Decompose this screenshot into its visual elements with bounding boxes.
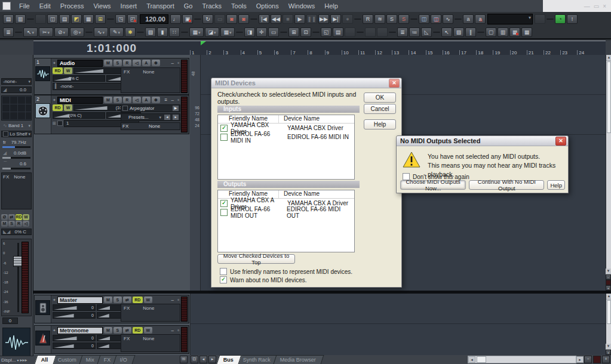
menu-item[interactable]: Help [320, 1, 343, 12]
close-icon[interactable]: ✕ [555, 137, 566, 146]
zoom-in-button[interactable]: + [602, 356, 610, 363]
track-name-field[interactable]: Audio [57, 60, 103, 67]
show-inspector-button[interactable]: ◱ [321, 27, 331, 37]
bus-name-field[interactable]: Metronome [57, 327, 103, 334]
inspector-pan-slider[interactable]: ◣◢0% C [1, 229, 32, 235]
menu-item[interactable]: File [14, 1, 35, 12]
ok-button[interactable]: OK [364, 92, 396, 103]
play-button[interactable]: ▶ [294, 14, 305, 24]
inspector-input-select[interactable]: -none-▾ [1, 78, 32, 85]
measure-ruler[interactable]: 123456789101112131415161718192021222324 [190, 41, 606, 55]
freeze-button[interactable]: ❄ [152, 60, 160, 66]
bus-pane-tab[interactable]: Bus [217, 355, 242, 364]
scroll-down-arrow[interactable]: ▼ [606, 269, 611, 274]
punch-button[interactable]: ◙ [226, 14, 237, 24]
velocity-slider[interactable]: (101) [73, 104, 127, 111]
inspector-freq[interactable]: fr79.7Hz [1, 139, 32, 146]
punch-points-button[interactable]: ◙ [238, 14, 249, 24]
tab-scroll-left[interactable]: ◂ [199, 356, 207, 363]
inspector-expand-arrows[interactable]: ▸▸▸ [20, 357, 27, 363]
clip-properties-button[interactable]: ≣ [397, 27, 408, 37]
interleave-button[interactable]: ⇄ [123, 327, 131, 334]
bus-send-slider[interactable]: 0 [53, 343, 96, 349]
envelope-icon[interactable]: ✉ [180, 356, 188, 363]
warn-no-midi-option[interactable]: Warn about no MIDI devices. [217, 276, 307, 283]
automation-button[interactable]: A [142, 60, 151, 66]
scroll-up-arrow[interactable]: ▲ [606, 294, 611, 300]
bus-master-header[interactable]: ✦ Master MS⇄ RD W – ▫ 0 0% C 0 0% C [34, 295, 189, 323]
scrollbar-thumb[interactable] [607, 61, 611, 133]
track-pane-tab[interactable]: I/O [113, 355, 136, 364]
dialog-title-bar[interactable]: No MIDI Outputs Selected ✕ [397, 136, 568, 146]
solo-button[interactable]: S [8, 221, 15, 227]
presets-row[interactable]: Presets... ▾ ◂ ▸ [121, 113, 180, 121]
track-manager-button[interactable]: ≣ [3, 27, 14, 37]
track-minimize-restore[interactable]: ≡ – ▫ [165, 97, 180, 103]
read-automation-button[interactable]: RD [53, 67, 63, 74]
volume-fader[interactable]: 60-6-12-18-24-36-INF [1, 239, 32, 316]
phase-button[interactable]: Ø [1, 214, 8, 220]
eq-gain-slider[interactable] [2, 157, 30, 159]
inputs-list[interactable]: Friendly Name Device Name YAMAHA CBX Dri… [217, 115, 355, 180]
arm-button[interactable]: R [123, 60, 131, 66]
event-list-button[interactable]: ◫ [47, 14, 58, 24]
drag-handle-icon[interactable]: ✦ [53, 61, 56, 66]
groove-grid-button[interactable]: ▦ [220, 27, 235, 37]
automation-playback-button[interactable]: ∿ [443, 14, 453, 24]
inspector-band-select[interactable]: ∿ Band 1▾ [1, 122, 32, 129]
inspector-eq-gain[interactable]: ◢0.0dB [1, 150, 32, 156]
marker-tool-button[interactable]: ▮ [157, 27, 168, 37]
arm-button[interactable]: R [16, 221, 22, 227]
warn-no-midi-checkbox[interactable] [220, 276, 227, 283]
pending-notes-button[interactable]: ! [567, 14, 578, 24]
solo-button[interactable]: S [113, 97, 122, 103]
continue-no-midi-button[interactable]: Continue With No MIDI Output [469, 180, 544, 190]
arm-button[interactable]: R [123, 97, 131, 103]
scroll-up-arrow[interactable]: ▲ [606, 55, 611, 61]
fast-forward-button[interactable]: ▶▶ [318, 14, 329, 24]
bus-minimize-restore[interactable]: – ▫ [171, 297, 180, 303]
meter-options-button[interactable] [606, 280, 611, 285]
split-tool-button[interactable]: ✂ [39, 27, 53, 37]
track-1-fx-bin[interactable]: FXNone [121, 67, 180, 93]
midi-sync-button[interactable]: ◫ [431, 14, 441, 24]
snap-mode-button[interactable]: ◪ [205, 27, 219, 37]
drag-handle-icon[interactable]: ✦ [53, 98, 56, 103]
ripple-edit-button[interactable]: ∥ [465, 27, 476, 37]
blank-button[interactable] [35, 14, 46, 24]
scrollbar-thumb[interactable] [477, 356, 486, 363]
snap-grid-button[interactable]: ▦ [189, 27, 204, 37]
read-automation-button[interactable]: RD [133, 297, 143, 303]
minimize-button[interactable]: — [584, 3, 590, 10]
track-pane-tab[interactable]: All [35, 355, 56, 364]
close-button[interactable]: × [603, 3, 606, 10]
record-options-button[interactable]: ▣ [182, 14, 193, 24]
solo-button[interactable]: S [113, 327, 122, 334]
arpeggiator-row[interactable]: Arpeggiator ▶ [121, 104, 180, 112]
filter-enable-checkbox[interactable] [3, 131, 8, 137]
help-button[interactable]: Help [364, 119, 396, 129]
snap-scale-button[interactable]: ▦ [521, 27, 532, 37]
arpeggiator-expand-button[interactable]: ▶ [173, 106, 179, 111]
input-echo-button[interactable]: ◁ [23, 221, 29, 227]
inspector-q[interactable]: ⌒0.6 [1, 161, 32, 167]
scroll-left-arrow[interactable]: ◂ [468, 356, 475, 363]
read-automation-button[interactable]: RD [53, 104, 63, 111]
audition-button[interactable]: a [463, 14, 474, 24]
zoom-in-vertical-button[interactable]: + [606, 285, 611, 291]
mute-button[interactable]: M [104, 327, 112, 334]
drag-handle-icon[interactable]: ✦ [53, 328, 56, 333]
midi-scale-button[interactable]: ▦ [509, 27, 520, 37]
close-icon[interactable]: ✕ [389, 79, 400, 88]
mute-button[interactable]: M [104, 297, 112, 303]
stop-button[interactable]: ■ [283, 14, 293, 24]
big-time-button[interactable]: ▦ [83, 14, 94, 24]
inspector-gain[interactable]: ◢0.0 [1, 87, 32, 93]
maximize-pane-button[interactable]: ⊞ [288, 27, 299, 37]
blank-tool-button-2[interactable] [365, 27, 376, 37]
bus-pane-tab[interactable]: Media Browser [274, 355, 324, 364]
performance-meter-button[interactable]: ◔ [555, 14, 566, 24]
loop-button[interactable]: ↻ [202, 14, 213, 24]
read-automation-button[interactable]: RD [133, 327, 143, 334]
restore-button[interactable]: ▭ [594, 3, 599, 10]
